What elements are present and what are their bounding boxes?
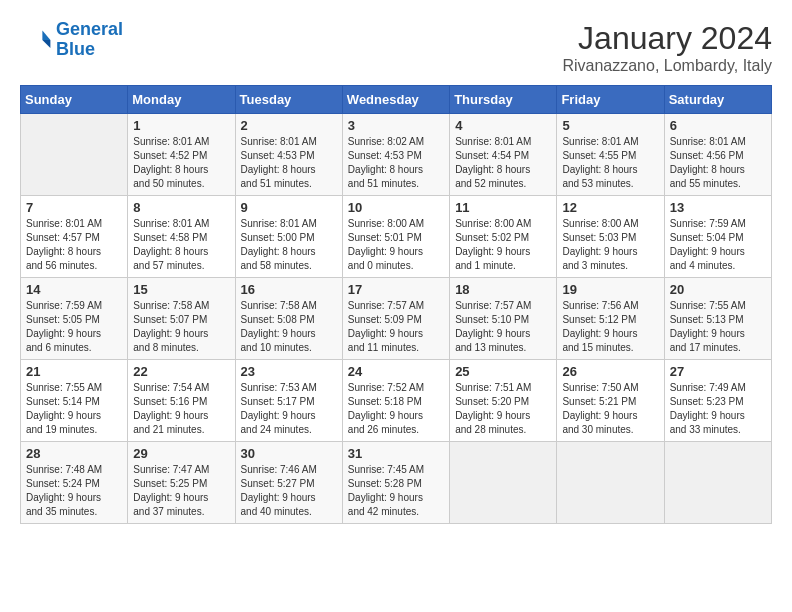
day-cell: 11Sunrise: 8:00 AM Sunset: 5:02 PM Dayli… [450,196,557,278]
day-cell [557,442,664,524]
day-number: 23 [241,364,337,379]
day-cell: 22Sunrise: 7:54 AM Sunset: 5:16 PM Dayli… [128,360,235,442]
day-number: 19 [562,282,658,297]
day-cell: 28Sunrise: 7:48 AM Sunset: 5:24 PM Dayli… [21,442,128,524]
day-info: Sunrise: 7:47 AM Sunset: 5:25 PM Dayligh… [133,463,229,519]
logo-text: General Blue [56,20,123,60]
day-info: Sunrise: 7:59 AM Sunset: 5:05 PM Dayligh… [26,299,122,355]
header-cell-wednesday: Wednesday [342,86,449,114]
day-cell: 8Sunrise: 8:01 AM Sunset: 4:58 PM Daylig… [128,196,235,278]
week-row-4: 21Sunrise: 7:55 AM Sunset: 5:14 PM Dayli… [21,360,772,442]
day-info: Sunrise: 7:58 AM Sunset: 5:07 PM Dayligh… [133,299,229,355]
day-cell: 29Sunrise: 7:47 AM Sunset: 5:25 PM Dayli… [128,442,235,524]
logo-icon [20,24,52,56]
day-number: 28 [26,446,122,461]
header-cell-tuesday: Tuesday [235,86,342,114]
day-info: Sunrise: 7:51 AM Sunset: 5:20 PM Dayligh… [455,381,551,437]
day-cell: 6Sunrise: 8:01 AM Sunset: 4:56 PM Daylig… [664,114,771,196]
day-cell: 1Sunrise: 8:01 AM Sunset: 4:52 PM Daylig… [128,114,235,196]
day-number: 6 [670,118,766,133]
logo-line1: General [56,19,123,39]
svg-marker-0 [42,30,50,40]
header-row: SundayMondayTuesdayWednesdayThursdayFrid… [21,86,772,114]
day-info: Sunrise: 7:59 AM Sunset: 5:04 PM Dayligh… [670,217,766,273]
day-info: Sunrise: 7:46 AM Sunset: 5:27 PM Dayligh… [241,463,337,519]
day-info: Sunrise: 7:49 AM Sunset: 5:23 PM Dayligh… [670,381,766,437]
day-cell: 15Sunrise: 7:58 AM Sunset: 5:07 PM Dayli… [128,278,235,360]
page-header: General Blue January 2024 Rivanazzano, L… [20,20,772,75]
day-info: Sunrise: 8:01 AM Sunset: 4:55 PM Dayligh… [562,135,658,191]
day-cell: 20Sunrise: 7:55 AM Sunset: 5:13 PM Dayli… [664,278,771,360]
day-info: Sunrise: 8:00 AM Sunset: 5:03 PM Dayligh… [562,217,658,273]
day-cell: 3Sunrise: 8:02 AM Sunset: 4:53 PM Daylig… [342,114,449,196]
day-info: Sunrise: 7:56 AM Sunset: 5:12 PM Dayligh… [562,299,658,355]
svg-marker-1 [42,40,50,48]
day-cell: 24Sunrise: 7:52 AM Sunset: 5:18 PM Dayli… [342,360,449,442]
day-number: 27 [670,364,766,379]
calendar-body: 1Sunrise: 8:01 AM Sunset: 4:52 PM Daylig… [21,114,772,524]
week-row-5: 28Sunrise: 7:48 AM Sunset: 5:24 PM Dayli… [21,442,772,524]
day-info: Sunrise: 7:45 AM Sunset: 5:28 PM Dayligh… [348,463,444,519]
day-number: 5 [562,118,658,133]
day-number: 21 [26,364,122,379]
day-cell: 25Sunrise: 7:51 AM Sunset: 5:20 PM Dayli… [450,360,557,442]
day-cell: 9Sunrise: 8:01 AM Sunset: 5:00 PM Daylig… [235,196,342,278]
logo: General Blue [20,20,123,60]
day-cell: 16Sunrise: 7:58 AM Sunset: 5:08 PM Dayli… [235,278,342,360]
day-info: Sunrise: 8:00 AM Sunset: 5:01 PM Dayligh… [348,217,444,273]
day-info: Sunrise: 8:01 AM Sunset: 4:54 PM Dayligh… [455,135,551,191]
day-number: 2 [241,118,337,133]
calendar-table: SundayMondayTuesdayWednesdayThursdayFrid… [20,85,772,524]
day-info: Sunrise: 8:01 AM Sunset: 4:58 PM Dayligh… [133,217,229,273]
day-cell: 4Sunrise: 8:01 AM Sunset: 4:54 PM Daylig… [450,114,557,196]
day-info: Sunrise: 8:00 AM Sunset: 5:02 PM Dayligh… [455,217,551,273]
week-row-1: 1Sunrise: 8:01 AM Sunset: 4:52 PM Daylig… [21,114,772,196]
day-number: 8 [133,200,229,215]
day-number: 31 [348,446,444,461]
header-cell-thursday: Thursday [450,86,557,114]
day-cell: 14Sunrise: 7:59 AM Sunset: 5:05 PM Dayli… [21,278,128,360]
header-cell-friday: Friday [557,86,664,114]
day-number: 25 [455,364,551,379]
calendar-header: SundayMondayTuesdayWednesdayThursdayFrid… [21,86,772,114]
day-cell: 27Sunrise: 7:49 AM Sunset: 5:23 PM Dayli… [664,360,771,442]
day-cell [450,442,557,524]
day-info: Sunrise: 7:57 AM Sunset: 5:09 PM Dayligh… [348,299,444,355]
day-number: 9 [241,200,337,215]
day-cell: 12Sunrise: 8:00 AM Sunset: 5:03 PM Dayli… [557,196,664,278]
day-info: Sunrise: 8:01 AM Sunset: 5:00 PM Dayligh… [241,217,337,273]
day-info: Sunrise: 7:55 AM Sunset: 5:13 PM Dayligh… [670,299,766,355]
day-number: 29 [133,446,229,461]
day-info: Sunrise: 8:01 AM Sunset: 4:53 PM Dayligh… [241,135,337,191]
day-number: 16 [241,282,337,297]
day-number: 13 [670,200,766,215]
day-number: 24 [348,364,444,379]
location-subtitle: Rivanazzano, Lombardy, Italy [562,57,772,75]
day-cell: 7Sunrise: 8:01 AM Sunset: 4:57 PM Daylig… [21,196,128,278]
day-cell: 21Sunrise: 7:55 AM Sunset: 5:14 PM Dayli… [21,360,128,442]
day-cell: 10Sunrise: 8:00 AM Sunset: 5:01 PM Dayli… [342,196,449,278]
day-cell: 5Sunrise: 8:01 AM Sunset: 4:55 PM Daylig… [557,114,664,196]
header-cell-saturday: Saturday [664,86,771,114]
day-info: Sunrise: 8:01 AM Sunset: 4:52 PM Dayligh… [133,135,229,191]
day-number: 26 [562,364,658,379]
day-info: Sunrise: 8:01 AM Sunset: 4:57 PM Dayligh… [26,217,122,273]
day-number: 3 [348,118,444,133]
week-row-2: 7Sunrise: 8:01 AM Sunset: 4:57 PM Daylig… [21,196,772,278]
day-cell [664,442,771,524]
week-row-3: 14Sunrise: 7:59 AM Sunset: 5:05 PM Dayli… [21,278,772,360]
title-area: January 2024 Rivanazzano, Lombardy, Ital… [562,20,772,75]
day-info: Sunrise: 7:48 AM Sunset: 5:24 PM Dayligh… [26,463,122,519]
day-number: 22 [133,364,229,379]
day-cell: 19Sunrise: 7:56 AM Sunset: 5:12 PM Dayli… [557,278,664,360]
day-cell: 26Sunrise: 7:50 AM Sunset: 5:21 PM Dayli… [557,360,664,442]
day-cell: 13Sunrise: 7:59 AM Sunset: 5:04 PM Dayli… [664,196,771,278]
day-info: Sunrise: 7:52 AM Sunset: 5:18 PM Dayligh… [348,381,444,437]
day-cell: 17Sunrise: 7:57 AM Sunset: 5:09 PM Dayli… [342,278,449,360]
day-number: 12 [562,200,658,215]
day-info: Sunrise: 7:58 AM Sunset: 5:08 PM Dayligh… [241,299,337,355]
day-cell: 18Sunrise: 7:57 AM Sunset: 5:10 PM Dayli… [450,278,557,360]
day-info: Sunrise: 7:53 AM Sunset: 5:17 PM Dayligh… [241,381,337,437]
day-info: Sunrise: 8:02 AM Sunset: 4:53 PM Dayligh… [348,135,444,191]
day-cell: 31Sunrise: 7:45 AM Sunset: 5:28 PM Dayli… [342,442,449,524]
